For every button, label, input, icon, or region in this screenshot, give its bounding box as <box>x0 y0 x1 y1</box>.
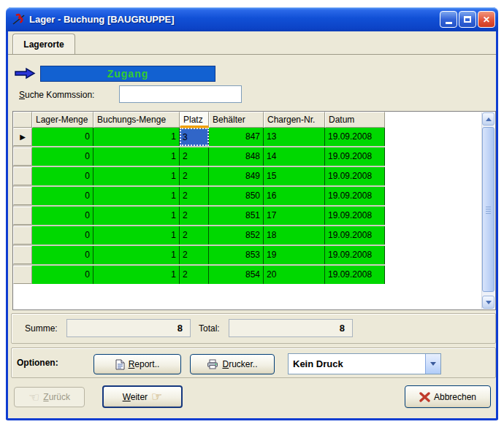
close-button[interactable]: ✕ <box>478 11 495 28</box>
summe-value-field: 8 <box>66 319 191 337</box>
hand-left-icon: ☜ <box>28 391 39 404</box>
minimize-button[interactable] <box>440 11 457 28</box>
column-header-chargen-nr[interactable]: Chargen-Nr. <box>264 112 325 128</box>
window-title: Lager - Buchung [BAUGRUPPE] <box>29 14 175 25</box>
tab-lagerorte[interactable]: Lagerorte <box>12 34 75 54</box>
search-label: Suche Kommssion: <box>19 90 94 100</box>
chevron-down-icon <box>430 362 436 366</box>
bookings-table: Lager-Menge Buchungs-Menge Platz Behälte… <box>12 111 496 310</box>
report-button-label: Report.. <box>129 359 160 369</box>
column-header-behaelter[interactable]: Behälter <box>209 112 264 128</box>
table-header: Lager-Menge Buchungs-Menge Platz Behälte… <box>13 112 385 128</box>
drucker-button-label: Drucker.. <box>222 359 257 369</box>
scrollbar-thumb[interactable] <box>482 127 495 292</box>
titlebar[interactable]: Lager - Buchung [BAUGRUPPE] ✕ <box>6 7 498 31</box>
app-logo-icon <box>12 13 26 26</box>
table-row[interactable]: ▶ 0 1 3 847 13 19.09.2008 <box>13 128 385 146</box>
options-label: Optionen: <box>17 358 58 368</box>
weiter-button-label: Weiter <box>123 392 148 402</box>
row-selector-cell[interactable] <box>13 226 32 245</box>
total-label: Total: <box>199 323 220 334</box>
options-panel: Optionen: Report.. Drucker.. Kein Druck <box>11 347 496 378</box>
row-selector-cell[interactable] <box>13 207 32 225</box>
scroll-up-button[interactable] <box>482 112 495 126</box>
zurueck-button: ☜ Zurück <box>14 387 85 407</box>
row-selector-cell[interactable] <box>13 266 32 284</box>
weiter-button[interactable]: Weiter ☞ <box>102 385 183 408</box>
maximize-button[interactable] <box>459 11 476 28</box>
row-selector-cell[interactable] <box>13 246 32 264</box>
column-header-lager-menge[interactable]: Lager-Menge <box>32 112 93 128</box>
druck-select[interactable]: Kein Druck <box>288 353 441 374</box>
row-selector-cell[interactable]: ▶ <box>13 128 32 146</box>
row-selector-cell[interactable] <box>13 167 32 185</box>
column-header-datum[interactable]: Datum <box>325 112 385 128</box>
report-document-icon <box>115 359 125 370</box>
zurueck-button-label: Zurück <box>43 392 70 402</box>
hand-right-icon: ☞ <box>151 391 162 403</box>
booking-type-label: Zugang <box>107 68 149 80</box>
table-row[interactable]: 0 1 2 853 19 19.09.2008 <box>13 246 385 264</box>
vertical-scrollbar[interactable] <box>481 112 495 309</box>
printer-icon <box>207 359 218 369</box>
table-row[interactable]: 0 1 2 851 17 19.09.2008 <box>13 207 385 225</box>
total-value-field: 8 <box>229 319 353 337</box>
search-input[interactable] <box>119 85 242 103</box>
row-selector-cell[interactable] <box>13 147 32 166</box>
booking-type-banner: Zugang <box>40 66 215 82</box>
druck-select-value: Kein Druck <box>289 358 425 369</box>
table-body: ▶ 0 1 3 847 13 19.09.2008 0 1 2 848 14 1… <box>13 128 385 284</box>
drucker-button[interactable]: Drucker.. <box>190 354 275 374</box>
table-row[interactable]: 0 1 2 854 20 19.09.2008 <box>13 266 385 284</box>
report-button[interactable]: Report.. <box>93 354 181 374</box>
table-row[interactable]: 0 1 2 852 18 19.09.2008 <box>13 226 385 245</box>
tab-strip: Lagerorte <box>8 31 496 55</box>
abbrechen-button-label: Abbrechen <box>434 392 476 402</box>
abbrechen-button[interactable]: Abbrechen <box>405 385 491 408</box>
table-row[interactable]: 0 1 2 849 15 19.09.2008 <box>13 167 385 185</box>
row-selector-cell[interactable] <box>13 187 32 205</box>
app-window: Lager - Buchung [BAUGRUPPE] ✕ Lagerorte … <box>6 7 498 420</box>
summary-panel: Summe: 8 Total: 8 <box>11 313 496 344</box>
cancel-x-icon <box>419 392 430 402</box>
column-header-buchungs-menge[interactable]: Buchungs-Menge <box>93 112 180 128</box>
table-row[interactable]: 0 1 2 850 16 19.09.2008 <box>13 187 385 205</box>
row-selector-header <box>13 112 32 128</box>
dropdown-arrow-button[interactable] <box>425 354 440 374</box>
scroll-down-button[interactable] <box>482 296 495 309</box>
table-row[interactable]: 0 1 2 848 14 19.09.2008 <box>13 147 385 166</box>
column-header-platz[interactable]: Platz <box>180 112 209 128</box>
summe-label: Summe: <box>25 323 58 334</box>
direction-arrow-icon <box>14 67 36 80</box>
